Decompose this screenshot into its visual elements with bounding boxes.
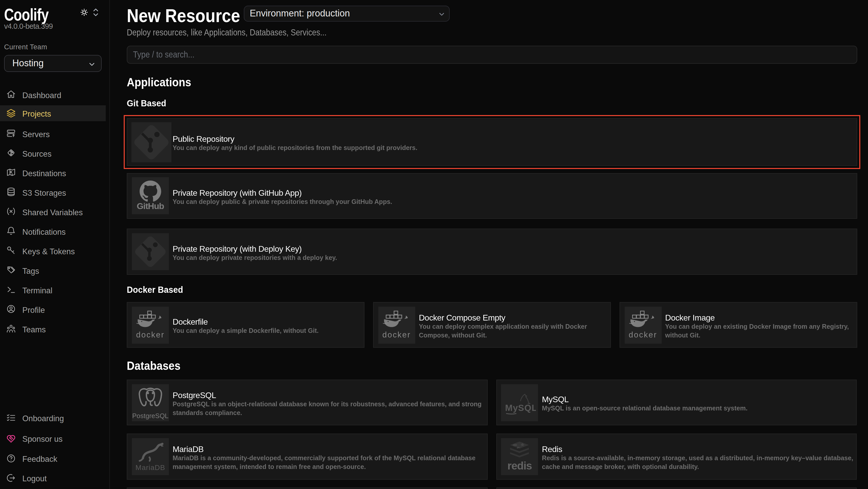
svg-text:MySQL: MySQL [505, 402, 536, 412]
